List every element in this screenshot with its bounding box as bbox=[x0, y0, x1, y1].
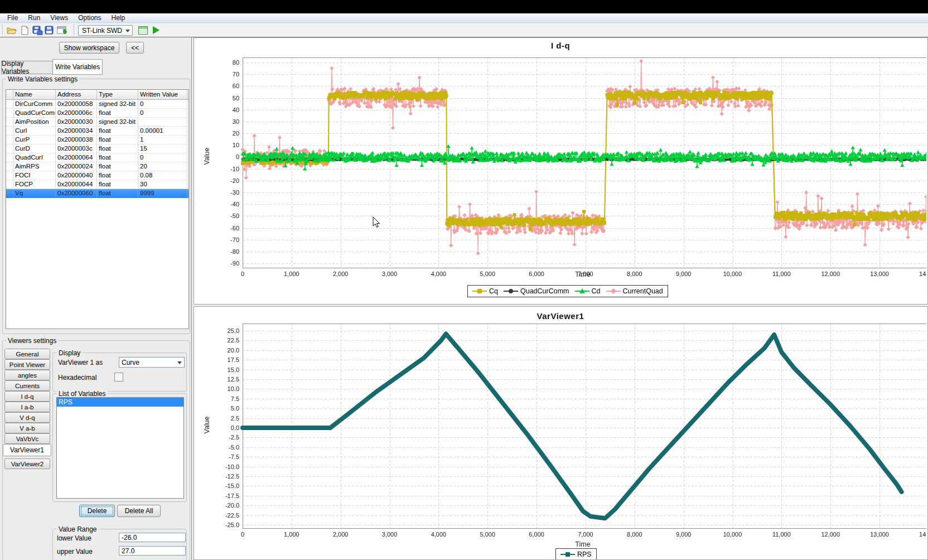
viewer-as-select[interactable]: Curve bbox=[119, 357, 185, 368]
row-selector[interactable] bbox=[6, 180, 13, 189]
table-row-QuadCurComm[interactable]: QuadCurComm0x2000006cfloat0 bbox=[6, 109, 188, 118]
type-cell[interactable]: float bbox=[97, 153, 138, 162]
table-row-AimRPS[interactable]: AimRPS0x20000024float20 bbox=[6, 162, 188, 171]
menu-options[interactable]: Options bbox=[73, 13, 106, 22]
name-cell[interactable]: AimRPS bbox=[13, 162, 56, 171]
idq-chart-canvas[interactable] bbox=[194, 38, 926, 303]
type-cell[interactable]: float bbox=[97, 171, 138, 180]
run-icon[interactable] bbox=[153, 26, 160, 34]
type-cell[interactable]: float bbox=[97, 189, 138, 198]
written-value-cell[interactable]: 0.00001 bbox=[138, 127, 187, 136]
list-item-rps[interactable]: RPS bbox=[57, 398, 183, 407]
write-variables-table[interactable]: NameAddressTypeWritten ValueDirCurComm0x… bbox=[6, 89, 189, 329]
address-cell[interactable]: 0x20000060 bbox=[56, 189, 97, 198]
type-cell[interactable]: float bbox=[97, 180, 138, 189]
row-selector[interactable] bbox=[6, 118, 13, 127]
address-cell[interactable]: 0x20000024 bbox=[56, 162, 97, 171]
save-all-icon[interactable] bbox=[32, 26, 42, 35]
address-cell[interactable]: 0x20000044 bbox=[56, 180, 97, 189]
table-row-DirCurComm[interactable]: DirCurComm0x20000058signed 32-bit0 bbox=[6, 100, 188, 109]
show-workspace-button[interactable]: Show workspace bbox=[59, 42, 119, 54]
row-selector[interactable] bbox=[6, 144, 13, 153]
row-selector[interactable] bbox=[6, 100, 13, 109]
menu-run[interactable]: Run bbox=[23, 13, 45, 22]
table-row-AimPosition[interactable]: AimPosition0x20000030signed 32-bit bbox=[6, 118, 188, 127]
menu-help[interactable]: Help bbox=[107, 13, 130, 22]
viewer-tab-i-a-b[interactable]: I a-b bbox=[4, 402, 50, 412]
upper-value-field[interactable]: 27.0 bbox=[119, 546, 186, 556]
address-cell[interactable]: 0x20000040 bbox=[56, 171, 97, 180]
written-value-cell[interactable]: 0 bbox=[138, 109, 187, 118]
type-cell[interactable]: signed 32-bit bbox=[97, 100, 138, 109]
type-cell[interactable]: float bbox=[97, 162, 138, 171]
table-row-QuadCurI[interactable]: QuadCurI0x20000064float0 bbox=[6, 153, 188, 162]
name-cell[interactable]: DirCurComm bbox=[13, 100, 56, 109]
written-value-cell[interactable]: 0 bbox=[138, 153, 187, 162]
table-row-CurD[interactable]: CurD0x2000003cfloat15 bbox=[6, 144, 188, 153]
column-header-address[interactable]: Address bbox=[56, 90, 97, 99]
table-row-CurP[interactable]: CurP0x20000038float1 bbox=[6, 136, 188, 144]
name-cell[interactable]: QuadCurComm bbox=[13, 109, 56, 118]
name-cell[interactable]: CurI bbox=[13, 127, 56, 136]
viewer-tab-point-viewer[interactable]: Point Viewer bbox=[4, 359, 50, 370]
type-cell[interactable]: float bbox=[97, 127, 138, 136]
row-selector[interactable] bbox=[6, 162, 13, 171]
table-row-FOCI[interactable]: FOCI0x20000040float0.08 bbox=[6, 171, 188, 180]
new-file-icon[interactable] bbox=[20, 26, 30, 35]
variables-view-icon[interactable] bbox=[138, 26, 148, 36]
name-cell[interactable]: Vq bbox=[13, 189, 56, 198]
viewer-tab-general[interactable]: General bbox=[4, 349, 50, 359]
menu-file[interactable]: File bbox=[2, 13, 23, 22]
row-selector-header[interactable] bbox=[6, 90, 13, 99]
table-row-Vq[interactable]: Vq0x20000060float9999 bbox=[6, 189, 188, 198]
written-value-cell[interactable]: 0 bbox=[138, 100, 187, 109]
address-cell[interactable]: 0x20000058 bbox=[56, 100, 97, 109]
name-cell[interactable]: CurD bbox=[13, 144, 56, 153]
viewer-tab-angles[interactable]: angles bbox=[4, 370, 50, 380]
name-cell[interactable]: CurP bbox=[13, 136, 56, 144]
written-value-cell[interactable]: 30 bbox=[138, 180, 187, 189]
name-cell[interactable]: AimPosition bbox=[13, 118, 56, 127]
name-cell[interactable]: FOCP bbox=[13, 180, 56, 189]
address-cell[interactable]: 0x2000003c bbox=[56, 144, 97, 153]
viewer-tab-varviewer1[interactable]: VarViewer1 bbox=[3, 444, 51, 456]
address-cell[interactable]: 0x2000006c bbox=[56, 109, 97, 118]
open-icon[interactable] bbox=[7, 26, 17, 35]
probe-select[interactable]: ST-Link SWD bbox=[78, 25, 133, 36]
address-cell[interactable]: 0x20000034 bbox=[56, 127, 97, 136]
viewer-tab-currents[interactable]: Currents bbox=[4, 380, 50, 391]
name-cell[interactable]: FOCI bbox=[13, 171, 56, 180]
row-selector[interactable] bbox=[6, 109, 13, 118]
row-selector[interactable] bbox=[6, 171, 13, 180]
varviewer1-chart-canvas[interactable] bbox=[194, 307, 926, 558]
written-value-cell[interactable]: 1 bbox=[138, 136, 187, 144]
address-cell[interactable]: 0x20000030 bbox=[56, 118, 97, 127]
written-value-cell[interactable]: 0.08 bbox=[138, 171, 187, 180]
written-value-cell[interactable]: 9999 bbox=[138, 189, 187, 198]
delete-all-button[interactable]: Delete All bbox=[117, 505, 161, 517]
viewer-tab-i-d-q[interactable]: I d-q bbox=[4, 391, 50, 402]
type-cell[interactable]: float bbox=[97, 144, 138, 153]
table-row-FOCP[interactable]: FOCP0x20000044float30 bbox=[6, 180, 188, 189]
viewer-tab-v-a-b[interactable]: V a-b bbox=[4, 423, 50, 433]
type-cell[interactable]: float bbox=[97, 109, 138, 118]
delete-button[interactable]: Delete bbox=[79, 505, 115, 517]
variables-listbox[interactable]: RPS bbox=[56, 397, 184, 499]
address-cell[interactable]: 0x20000038 bbox=[56, 136, 97, 144]
column-header-type[interactable]: Type bbox=[97, 90, 138, 99]
address-cell[interactable]: 0x20000064 bbox=[56, 153, 97, 162]
row-selector[interactable] bbox=[6, 189, 13, 198]
type-cell[interactable]: signed 32-bit bbox=[97, 118, 138, 127]
name-cell[interactable]: QuadCurI bbox=[13, 153, 56, 162]
viewer-tab-vavbvc[interactable]: VaVbVc bbox=[4, 433, 50, 444]
written-value-cell[interactable]: 15 bbox=[138, 144, 187, 153]
menu-views[interactable]: Views bbox=[45, 13, 73, 22]
written-value-cell[interactable]: 20 bbox=[138, 162, 187, 171]
viewer-tab-v-d-q[interactable]: V d-q bbox=[4, 412, 50, 423]
table-row-CurI[interactable]: CurI0x20000034float0.00001 bbox=[6, 127, 188, 136]
viewer-tab-varviewer2[interactable]: VarViewer2 bbox=[4, 458, 50, 469]
row-selector[interactable] bbox=[6, 127, 13, 136]
written-value-cell[interactable] bbox=[138, 118, 187, 127]
column-header-name[interactable]: Name bbox=[13, 90, 56, 99]
column-header-written-value[interactable]: Written Value bbox=[138, 90, 187, 99]
